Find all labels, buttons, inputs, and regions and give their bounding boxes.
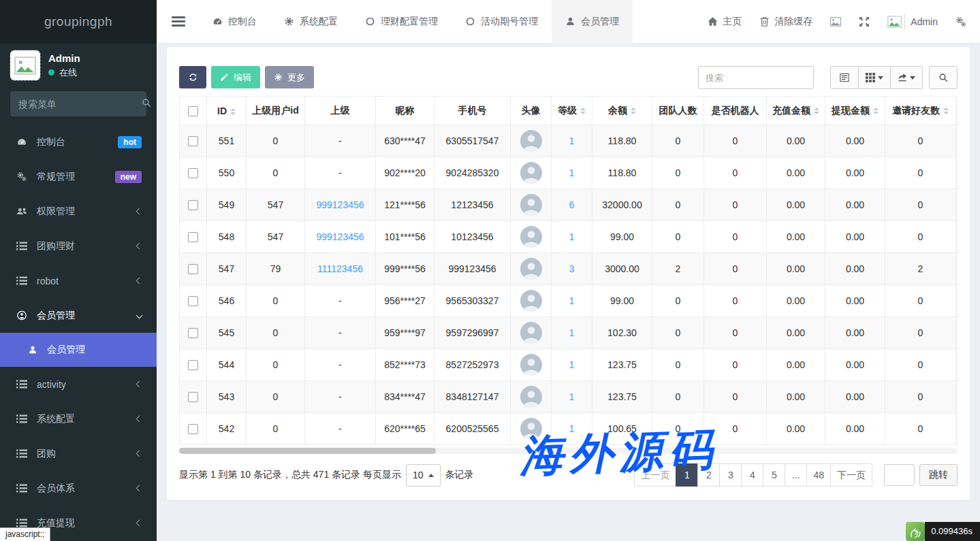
- clear-cache-button[interactable]: 清除缓存: [759, 16, 812, 28]
- level-link[interactable]: 1: [569, 327, 575, 338]
- row-checkbox[interactable]: [188, 232, 198, 242]
- level-link[interactable]: 1: [569, 359, 575, 370]
- cell-level: 1: [552, 413, 592, 445]
- table-row: 548547999123456101****5610123456199.0000…: [180, 221, 958, 253]
- parent-link[interactable]: 111123456: [317, 263, 363, 274]
- row-checkbox[interactable]: [188, 392, 198, 402]
- sidebar-item-会员管理[interactable]: 会员管理: [0, 298, 157, 333]
- row-checkbox[interactable]: [188, 424, 198, 434]
- page-jump-button[interactable]: 跳转: [919, 464, 958, 486]
- row-checkbox[interactable]: [188, 168, 198, 178]
- user-avatar-icon: [520, 354, 542, 376]
- cell-avatar: [511, 221, 552, 253]
- column-header-头像[interactable]: 头像: [511, 97, 552, 125]
- parent-link[interactable]: 999123456: [316, 231, 364, 242]
- debug-trace-bar[interactable]: 0.099436s: [906, 522, 980, 541]
- page-5[interactable]: 5: [763, 463, 785, 487]
- cell-is-robot: 0: [704, 253, 767, 285]
- sidebar-item-权限管理[interactable]: 权限管理: [0, 194, 157, 229]
- tab-会员管理[interactable]: 会员管理: [552, 0, 633, 44]
- broken-image-icon[interactable]: [830, 16, 841, 27]
- column-header-邀请好友数[interactable]: 邀请好友数: [885, 97, 956, 125]
- level-link[interactable]: 1: [569, 391, 575, 402]
- column-header-充值金额[interactable]: 充值金额: [767, 97, 825, 125]
- page-size-select[interactable]: 10: [406, 464, 441, 487]
- table-search-input[interactable]: [698, 66, 814, 89]
- column-header-团队人数[interactable]: 团队人数: [652, 97, 704, 125]
- cell-withdraw: 0.00: [825, 317, 885, 349]
- edit-button[interactable]: 编辑: [211, 66, 260, 88]
- refresh-button[interactable]: [179, 66, 206, 88]
- row-checkbox[interactable]: [188, 296, 198, 306]
- home-icon: [708, 16, 718, 27]
- gears-settings-icon[interactable]: [955, 16, 966, 27]
- page-3[interactable]: 3: [719, 463, 742, 487]
- tab-系统配置[interactable]: 系统配置: [270, 0, 351, 44]
- cell-parent: 999123456: [305, 189, 376, 221]
- column-header-手机号[interactable]: 手机号: [434, 97, 511, 125]
- sidebar-item-activity[interactable]: activity: [0, 367, 157, 401]
- cell-balance: 118.80: [592, 157, 652, 189]
- column-header-上级[interactable]: 上级: [305, 97, 376, 125]
- level-link[interactable]: 1: [569, 135, 575, 146]
- column-header-提现金额[interactable]: 提现金额: [825, 97, 885, 125]
- scrollbar-thumb[interactable]: [179, 448, 436, 454]
- detail-view-button[interactable]: [830, 66, 859, 89]
- row-checkbox[interactable]: [188, 200, 198, 210]
- fullscreen-icon[interactable]: [859, 16, 870, 27]
- page-1[interactable]: 1: [676, 463, 698, 487]
- column-header-label: 等级: [558, 105, 577, 116]
- sidebar-item-系统配置[interactable]: 系统配置: [0, 401, 157, 436]
- level-link[interactable]: 1: [569, 167, 575, 178]
- home-button[interactable]: 主页: [708, 16, 742, 28]
- columns-dropdown-button[interactable]: [858, 66, 891, 89]
- level-link[interactable]: 1: [569, 423, 575, 434]
- row-checkbox[interactable]: [188, 360, 198, 370]
- level-link[interactable]: 1: [569, 231, 575, 242]
- column-header-是否机器人[interactable]: 是否机器人: [704, 97, 767, 125]
- sidebar-item-团购理财[interactable]: 团购理财: [0, 229, 157, 263]
- column-header-昵称[interactable]: 昵称: [376, 97, 434, 125]
- tab-控制台[interactable]: 控制台: [199, 0, 270, 44]
- page-4[interactable]: 4: [741, 463, 763, 487]
- row-checkbox[interactable]: [188, 328, 198, 338]
- parent-link[interactable]: 999123456: [316, 199, 364, 210]
- cell-invite-count: 0: [885, 221, 956, 253]
- page-next[interactable]: 下一页: [830, 463, 872, 487]
- tab-理财配置管理[interactable]: 理财配置管理: [351, 0, 452, 44]
- user-icon: [565, 16, 575, 27]
- level-link[interactable]: 1: [569, 295, 575, 306]
- tab-活动期号管理[interactable]: 活动期号管理: [452, 0, 552, 44]
- cell-parent-id: 0: [247, 349, 305, 381]
- column-header-上级用户id[interactable]: 上级用户id: [247, 97, 305, 125]
- sidebar-search-input[interactable]: [18, 99, 142, 110]
- page-2[interactable]: 2: [697, 463, 720, 487]
- column-header-ID[interactable]: ID: [207, 97, 247, 125]
- sidebar-subitem-会员管理[interactable]: 会员管理: [0, 333, 157, 367]
- column-header-余额[interactable]: 余额: [592, 97, 652, 125]
- column-header-等级[interactable]: 等级: [552, 97, 592, 125]
- sidebar-item-会员体系[interactable]: 会员体系: [0, 471, 157, 506]
- export-dropdown-button[interactable]: [890, 66, 923, 89]
- sidebar-item-团购[interactable]: 团购: [0, 436, 157, 471]
- page-prev[interactable]: 上一页: [634, 463, 676, 487]
- select-all-checkbox[interactable]: [188, 106, 198, 116]
- sidebar-item-robot[interactable]: robot: [0, 263, 157, 298]
- sidebar-item-控制台[interactable]: 控制台hot: [0, 125, 157, 159]
- table-search-button[interactable]: [929, 66, 958, 89]
- sidebar-item-常规管理[interactable]: 常规管理new: [0, 159, 157, 194]
- row-checkbox[interactable]: [188, 264, 198, 274]
- column-header-label: 提现金额: [832, 105, 870, 116]
- page-48[interactable]: 48: [806, 463, 831, 487]
- page-...[interactable]: ...: [785, 463, 807, 487]
- cell-nickname: 902****20: [376, 157, 434, 189]
- more-button[interactable]: 更多: [265, 66, 314, 88]
- navbar-user-menu[interactable]: Admin: [887, 14, 938, 29]
- page-jump-input[interactable]: [884, 464, 915, 486]
- level-link[interactable]: 6: [569, 199, 575, 210]
- row-select-cell: [180, 285, 207, 317]
- row-checkbox[interactable]: [188, 136, 198, 146]
- sort-icon: [873, 108, 879, 114]
- hamburger-menu-icon[interactable]: [172, 16, 185, 26]
- level-link[interactable]: 3: [569, 263, 575, 274]
